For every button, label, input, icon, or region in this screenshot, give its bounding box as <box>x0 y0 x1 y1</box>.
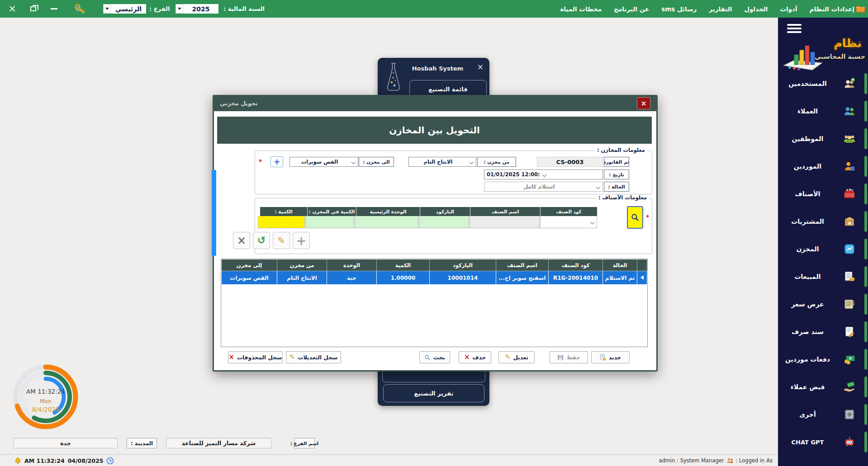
grid-header-state[interactable]: الحالة <box>603 259 637 271</box>
delete-button[interactable]: × حذف <box>459 351 491 363</box>
warehouse-info-group-label: معلومات المخازن : <box>595 147 647 153</box>
entry-header-stock-qty: الكمية في المخزن : <box>307 207 356 216</box>
grid-selected-row[interactable]: تم الاستلام R1G-20014010 اسفنج سوبر اخ..… <box>222 271 647 285</box>
dropdown-arrow-icon <box>178 8 181 10</box>
item-code-combobox[interactable] <box>540 216 597 228</box>
year-dropdown-button[interactable] <box>175 4 183 14</box>
branch-input[interactable]: الرئيسي <box>111 4 146 14</box>
sidebar-item-users[interactable]: المستخدمين <box>778 71 868 96</box>
branch-dropdown-button[interactable] <box>103 4 111 14</box>
sidebar-item-other[interactable]: أخرى <box>778 402 868 427</box>
pencil-icon: ✎ <box>289 354 295 361</box>
dialog-close-button[interactable]: × <box>637 97 650 109</box>
edits-log-button[interactable]: ✎ سجل التعديلات <box>286 351 341 363</box>
active-indicator <box>864 156 867 177</box>
branch-name-label: اسم الفرع : <box>294 438 315 448</box>
clock-time: AM 11:32:24 <box>10 388 81 395</box>
items-info-group-label: معلومات الأصناف : <box>596 194 649 201</box>
undo-entry-button[interactable]: ↺ <box>253 232 270 249</box>
close-icon: × <box>8 4 16 14</box>
sidebar-item-chatgpt[interactable]: CHAT GPT <box>778 429 868 455</box>
sidebar-item-warehouse[interactable]: المخزن <box>778 236 868 262</box>
manufacturing-report-button[interactable]: تقرير التصنيع <box>383 384 484 402</box>
save-button[interactable]: حفظ <box>550 351 588 363</box>
qty-field[interactable] <box>258 216 305 228</box>
cancel-entry-button[interactable]: × <box>233 232 250 249</box>
item-entry-input-row <box>255 216 597 228</box>
logo-title: نظام <box>834 37 862 50</box>
menu-item-about[interactable]: عن البرنامج <box>614 5 649 13</box>
delete-x-icon: × <box>464 354 470 361</box>
grid-header-from-warehouse[interactable]: من مخزن <box>277 259 327 271</box>
sidebar-item-items[interactable]: الأصناف <box>778 181 868 207</box>
state-select[interactable]: استلام كامل <box>484 182 603 192</box>
entry-header-main-unit: الوحدة الرئيسية <box>356 207 420 216</box>
hamburger-menu-icon[interactable] <box>787 22 802 35</box>
active-indicator <box>864 184 867 204</box>
chevron-down-icon <box>596 184 601 189</box>
grid-header-qty[interactable]: الكمية <box>377 259 430 271</box>
edit-button[interactable]: ✎ تعديل <box>498 351 535 363</box>
search-button[interactable]: بحث <box>419 351 450 363</box>
add-warehouse-button[interactable]: + <box>270 156 283 167</box>
edit-entry-button[interactable]: ✎ <box>273 232 290 249</box>
menu-item-water-stations[interactable]: محطات المياة <box>560 5 602 13</box>
app-screen: × الرئيسي الفرع : 2025 السنة المالية : إ… <box>0 0 868 466</box>
sidebar-item-sales[interactable]: المبيعات <box>778 264 868 289</box>
clock-day: Mon <box>10 398 81 405</box>
grid-header-item-name[interactable]: اسم الصنف <box>496 259 549 271</box>
required-marker: * <box>646 213 649 221</box>
active-indicator <box>864 128 867 149</box>
sidebar-item-clients[interactable]: العملاء <box>778 99 868 124</box>
fiscal-year-input[interactable]: 2025 <box>183 4 218 14</box>
active-indicator <box>864 239 867 259</box>
menu-item-tools[interactable]: أدوات <box>780 5 797 13</box>
grid-header-unit[interactable]: الوحدة <box>327 259 377 271</box>
entry-header-barcode: الباركود <box>420 207 470 216</box>
entry-header-item-code: كود الصنف <box>540 207 597 216</box>
barcode-field[interactable] <box>419 216 469 228</box>
grid-header-item-code[interactable]: كود الصنف <box>549 259 603 271</box>
state-label: الحالة : <box>604 182 629 192</box>
sidebar-item-suppliers[interactable]: الموردين <box>778 154 868 179</box>
active-indicator <box>864 101 867 122</box>
deleted-log-button[interactable]: × سجل المحذوفات <box>228 351 283 363</box>
menu-item-sms[interactable]: رسائل sms <box>661 5 697 13</box>
item-name-field <box>470 216 540 228</box>
menu-item-system-settings[interactable]: إعدادات النظام <box>810 5 854 13</box>
window-minimize-button[interactable] <box>46 0 62 18</box>
active-indicator <box>864 211 867 232</box>
search-icon <box>631 213 639 221</box>
grid-header-to-warehouse[interactable]: إلى مخزن <box>222 259 277 271</box>
from-warehouse-select[interactable]: الانتاج التام <box>408 157 476 167</box>
add-entry-button[interactable]: + <box>293 232 310 249</box>
sidebar-item-purchases[interactable]: المشتريات <box>778 209 868 234</box>
payment-voucher-icon <box>843 325 856 338</box>
branch-label: الفرع : <box>149 0 170 18</box>
sidebar-item-payment-voucher[interactable]: سند صرف <box>778 319 868 344</box>
window-close-button[interactable]: × <box>5 0 20 18</box>
item-search-button[interactable] <box>627 206 643 229</box>
menu-item-tables[interactable]: الجداول <box>744 5 768 13</box>
main-menu: إعدادات النظام أدوات الجداول التقارير رس… <box>560 0 854 18</box>
hidden-button-partial[interactable] <box>382 372 485 382</box>
main-unit-field[interactable] <box>355 216 418 228</box>
items-crate-icon <box>843 188 856 200</box>
active-indicator <box>864 349 867 370</box>
window-restore-button[interactable] <box>25 0 41 18</box>
date-picker[interactable]: 01/01/2025 12:00: <box>484 169 603 179</box>
row-indicator-icon <box>640 275 644 280</box>
sidebar-item-supplier-payments[interactable]: دفعات موردين <box>778 347 868 372</box>
grid-header-barcode[interactable]: الباركود <box>430 259 496 271</box>
hosbah-close-button[interactable]: × <box>477 62 484 71</box>
undo-icon: ↺ <box>257 235 266 245</box>
grid-header-row: الحالة كود الصنف اسم الصنف الباركود الكم… <box>222 259 647 271</box>
sidebar-item-customer-receipts[interactable]: قبض عملاء <box>778 374 868 400</box>
sidebar-item-price-quote[interactable]: عرض سعر <box>778 292 868 317</box>
to-warehouse-select[interactable]: القص سوبرات <box>289 157 358 167</box>
logo-subtitle: حسبة المحاسبي <box>815 53 865 60</box>
menu-item-reports[interactable]: التقارير <box>709 5 732 13</box>
sidebar-item-employees[interactable]: الموظفين <box>778 126 868 151</box>
new-button[interactable]: جديد <box>591 351 630 363</box>
row-selector-cell <box>637 271 647 285</box>
